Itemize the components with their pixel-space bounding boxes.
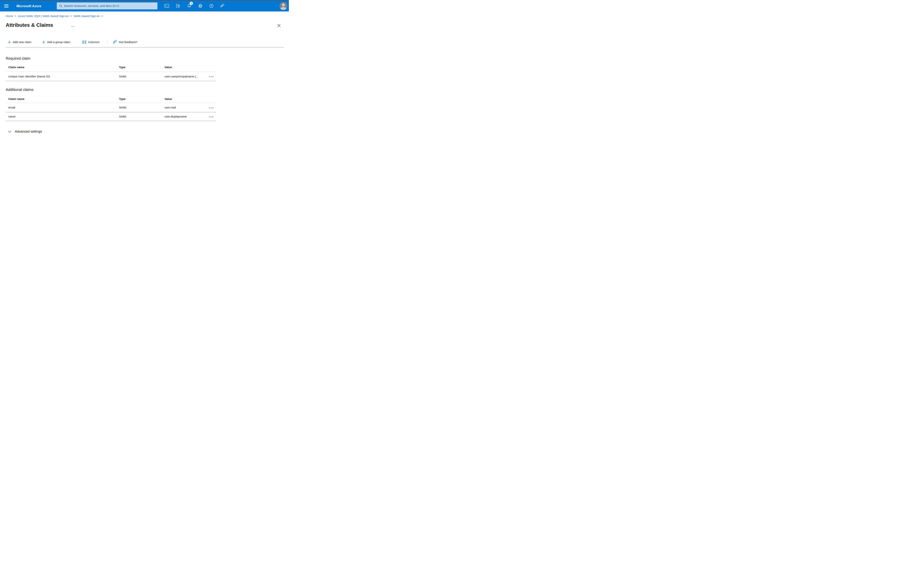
column-header-value: Value: [165, 97, 172, 101]
directory-filter-button[interactable]: [175, 3, 181, 9]
claim-type-cell: SAML: [119, 106, 127, 109]
row-context-menu-button[interactable]: [208, 114, 215, 119]
add-new-claim-button[interactable]: Add new claim: [8, 39, 31, 45]
claim-value-cell: user.displayname: [165, 115, 187, 118]
close-icon: [277, 24, 281, 27]
chevron-down-icon: [8, 131, 11, 133]
claim-type-cell: SAML: [119, 115, 127, 118]
cloud-shell-icon: [165, 4, 169, 8]
advanced-settings-label: Advanced settings: [15, 130, 42, 133]
got-feedback-label: Got feedback?: [119, 40, 137, 44]
page-title: Attributes & Claims: [6, 22, 53, 28]
claim-type-cell: SAML: [119, 75, 127, 78]
additional-claim-row-name[interactable]: name SAML user.displayname: [6, 112, 216, 121]
global-search[interactable]: [57, 2, 157, 10]
gear-icon: [198, 4, 203, 8]
toolbar-separator: [6, 47, 284, 48]
advanced-settings-expander[interactable]: Advanced settings: [8, 130, 42, 133]
search-icon: [59, 5, 63, 8]
column-header-type: Type: [119, 66, 125, 69]
breadcrumb-saml-sign-on[interactable]: SAML-based Sign-on: [74, 15, 100, 18]
column-header-type: Type: [119, 97, 125, 101]
breadcrumb-app-sign-on[interactable]: Azure SAML SSO | SAML-based Sign-on: [18, 15, 69, 18]
cloud-shell-button[interactable]: [164, 3, 170, 9]
help-icon: ?: [209, 4, 214, 8]
column-header-claim-name: Claim name: [8, 66, 25, 69]
claim-name-cell: name: [8, 115, 15, 118]
row-menu-icon: [209, 116, 214, 117]
got-feedback-button[interactable]: Got feedback?: [112, 39, 137, 45]
search-input[interactable]: [64, 3, 156, 9]
row-context-menu-button[interactable]: [208, 105, 215, 110]
close-button[interactable]: [277, 23, 281, 28]
notification-badge: 6: [190, 2, 193, 5]
table-row-separator: [6, 81, 216, 81]
additional-claims-section-title: Additional claims: [6, 87, 33, 92]
avatar-head: [282, 3, 285, 7]
required-claim-table-header: Claim name Type Value: [6, 66, 216, 70]
plus-icon: [8, 41, 11, 44]
claim-name-cell: Unique User Identifier (Name ID): [8, 75, 50, 78]
table-row-separator: [6, 121, 216, 121]
feedback-icon: [112, 40, 117, 44]
azure-portal-window: Microsoft Azure: [0, 0, 289, 146]
more-options-icon: [71, 26, 75, 27]
hamburger-menu-button[interactable]: [4, 4, 8, 8]
claim-value-cell: user.userprincipalname [...: [165, 75, 198, 78]
feedback-button[interactable]: [219, 3, 225, 9]
additional-claims-table-header: Claim name Type Value: [6, 97, 216, 101]
add-group-claim-label: Add a group claim: [47, 40, 70, 44]
top-nav-bar: Microsoft Azure: [0, 0, 289, 12]
help-button[interactable]: ?: [209, 3, 214, 9]
hamburger-icon: [4, 4, 8, 8]
additional-claim-row-email[interactable]: email SAML user.mail: [6, 103, 216, 112]
claim-name-cell: email: [8, 106, 15, 109]
add-new-claim-label: Add new claim: [13, 40, 31, 44]
product-title[interactable]: Microsoft Azure: [16, 4, 41, 8]
claim-value-cell: user.mail: [165, 106, 176, 109]
columns-label: Columns: [88, 40, 99, 44]
avatar-body: [280, 7, 286, 10]
breadcrumb-separator: >: [101, 15, 103, 18]
column-header-claim-name: Claim name: [8, 97, 25, 101]
settings-button[interactable]: [198, 3, 203, 9]
columns-icon: [82, 41, 86, 44]
column-header-value: Value: [165, 66, 172, 69]
breadcrumb: Home>Azure SAML SSO | SAML-based Sign-on…: [6, 15, 105, 18]
columns-button[interactable]: Columns: [82, 39, 99, 45]
required-claim-row-nameid[interactable]: Unique User Identifier (Name ID) SAML us…: [6, 72, 216, 81]
row-menu-icon: [209, 107, 214, 109]
breadcrumb-separator: >: [70, 15, 72, 18]
plus-icon: [42, 41, 45, 44]
row-context-menu-button[interactable]: [208, 74, 215, 79]
row-menu-icon: [209, 76, 214, 77]
add-group-claim-button[interactable]: Add a group claim: [42, 39, 70, 45]
page-more-options-button[interactable]: [71, 25, 75, 28]
feedback-icon: [220, 4, 224, 8]
account-avatar[interactable]: [279, 2, 287, 10]
svg-text:?: ?: [211, 5, 212, 7]
breadcrumb-home[interactable]: Home: [6, 15, 13, 18]
breadcrumb-separator: >: [15, 15, 16, 18]
directory-filter-icon: [176, 4, 180, 8]
required-claim-section-title: Required claim: [6, 56, 30, 61]
